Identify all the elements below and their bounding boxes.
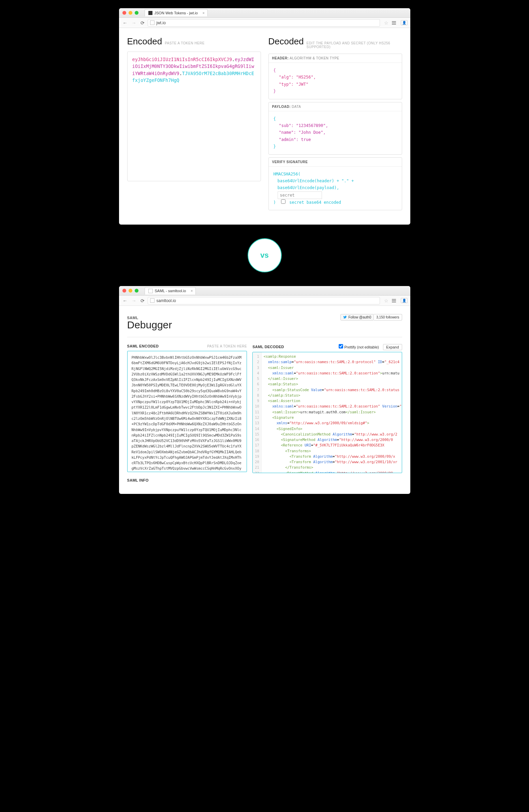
forward-button[interactable]: →	[131, 298, 137, 303]
saml-page-content: SAML Debugger Follow @auth0 3,150 follow…	[119, 306, 410, 494]
saml-browser-window: SAML - samltool.io × ← → ⟳ samltool.io ☆…	[119, 286, 410, 494]
header-panel-sub: ALGORITHM & TOKEN TYPE	[289, 56, 339, 60]
payload-panel: PAYLOAD: DATA { "sub": "1234567890", "na…	[268, 102, 402, 155]
jwt-page-content: Encoded PASTE A TOKEN HERE eyJhbGciOiJIU…	[119, 28, 410, 225]
back-button[interactable]: ←	[122, 298, 129, 303]
encoded-hint: PASTE A TOKEN HERE	[165, 41, 205, 45]
minimize-window-button[interactable]	[129, 289, 132, 293]
menu-icon[interactable]	[391, 20, 397, 26]
follow-button[interactable]: Follow @auth0	[340, 314, 374, 320]
line-gutter: 1234567891011121314151617181920212223242…	[253, 352, 262, 473]
saml-page-title: Debugger	[127, 319, 172, 331]
header-panel: HEADER: ALGORITHM & TOKEN TYPE { "alg": …	[268, 54, 402, 99]
saml-encoded-heading: SAML ENCODED	[127, 344, 159, 348]
bookmark-icon[interactable]: ☆	[384, 298, 388, 303]
payload-panel-sub: DATA	[291, 105, 301, 109]
window-controls	[122, 11, 138, 15]
favicon-icon	[148, 289, 153, 293]
saml-encoded-hint: PASTE A TOKEN HERE	[207, 344, 247, 348]
url-text: samltool.io	[157, 298, 176, 303]
menu-icon[interactable]	[391, 298, 397, 304]
toolbar: ← → ⟳ samltool.io ☆ 👤	[119, 296, 410, 306]
minimize-window-button[interactable]	[129, 11, 132, 15]
window-controls	[122, 289, 138, 293]
expand-button[interactable]: Expand	[383, 344, 402, 350]
close-tab-icon[interactable]: ×	[202, 11, 204, 15]
prettify-label: Prettify (not editable)	[344, 345, 379, 349]
twitter-icon	[343, 315, 347, 319]
saml-encoded-input[interactable]: PHNhbWxwOlJlc3BvbnNlIHhtbG5zOnNhbWxwPSJ1…	[127, 351, 247, 472]
encoded-token-input[interactable]: eyJhbGciOiJIUzI1NiIsInR5cCI6IkpXVCJ9.eyJ…	[127, 52, 261, 181]
maximize-window-button[interactable]	[135, 289, 138, 293]
saml-info-heading: SAML INFO	[127, 478, 247, 482]
twitter-follow: Follow @auth0 3,150 followers	[340, 314, 402, 320]
maximize-window-button[interactable]	[135, 11, 138, 15]
header-json[interactable]: { "alg": "HS256", "typ": "JWT" }	[269, 63, 402, 99]
browser-tab[interactable]: JSON Web Tokens - jwt.io ×	[145, 9, 208, 16]
base64-checkbox[interactable]	[281, 199, 285, 204]
header-panel-label: HEADER:	[272, 56, 289, 60]
tab-title: SAML - samltool.io	[155, 289, 186, 293]
reload-button[interactable]: ⟳	[139, 20, 146, 26]
decoded-heading: Decoded	[268, 36, 304, 47]
saml-decoded-viewer[interactable]: 1234567891011121314151617181920212223242…	[252, 352, 402, 473]
secret-input[interactable]	[278, 191, 322, 199]
base64-label: secret base64 encoded	[289, 200, 341, 205]
divider	[127, 337, 402, 337]
close-tab-icon[interactable]: ×	[191, 289, 193, 293]
favicon-icon	[148, 11, 152, 15]
url-input[interactable]: samltool.io	[148, 297, 380, 304]
toolbar: ← → ⟳ jwt.io ☆ 👤	[119, 18, 410, 28]
titlebar: SAML - samltool.io ×	[119, 286, 410, 296]
saml-decoded-heading: SAML DECODED	[252, 345, 284, 349]
back-button[interactable]: ←	[122, 20, 129, 26]
payload-panel-label: PAYLOAD:	[272, 105, 291, 109]
reload-button[interactable]: ⟳	[139, 298, 146, 303]
vs-badge: vs	[248, 238, 282, 272]
close-window-button[interactable]	[122, 11, 126, 15]
encoded-heading: Encoded	[127, 36, 162, 47]
token-header-segment: eyJhbGciOiJIUzI1NiIsInR5cCI6IkpXVCJ9	[132, 57, 232, 62]
signature-panel-label: VERIFY SIGNATURE	[272, 160, 308, 164]
page-icon	[150, 298, 155, 303]
url-input[interactable]: jwt.io	[148, 19, 380, 27]
forward-button[interactable]: →	[131, 20, 137, 26]
xml-code: <samlp:Response xmlns:samlp="urn:oasis:n…	[262, 352, 402, 473]
bookmark-icon[interactable]: ☆	[384, 20, 388, 26]
jwt-browser-window: JSON Web Tokens - jwt.io × ← → ⟳ jwt.io …	[119, 8, 410, 225]
page-icon	[150, 20, 155, 25]
close-window-button[interactable]	[122, 289, 126, 293]
signature-body: HMACSHA256( base64UrlEncode(header) + ".…	[269, 167, 402, 210]
decoded-hint: EDIT THE PAYLOAD AND SECRET (ONLY HS256 …	[307, 41, 402, 49]
user-icon[interactable]: 👤	[401, 20, 408, 25]
browser-tab[interactable]: SAML - samltool.io ×	[145, 287, 196, 295]
prettify-checkbox[interactable]	[339, 344, 343, 348]
url-text: jwt.io	[157, 20, 166, 25]
signature-panel: VERIFY SIGNATURE HMACSHA256( base64UrlEn…	[268, 157, 402, 211]
tab-title: JSON Web Tokens - jwt.io	[155, 11, 198, 15]
follower-count: 3,150 followers	[374, 314, 402, 320]
titlebar: JSON Web Tokens - jwt.io ×	[119, 8, 410, 18]
payload-json[interactable]: { "sub": "1234567890", "name": "John Doe…	[269, 111, 402, 154]
user-icon[interactable]: 👤	[401, 298, 408, 303]
